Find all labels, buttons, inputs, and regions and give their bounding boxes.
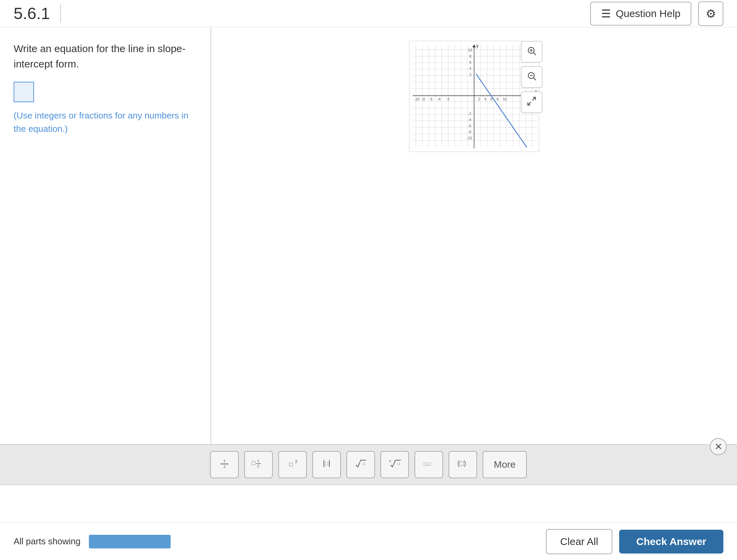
- toolbar-close-button[interactable]: ✕: [710, 438, 727, 455]
- gear-icon: ⚙: [706, 7, 716, 20]
- svg-text:y: y: [476, 43, 479, 48]
- superscript-button[interactable]: □ y: [278, 451, 307, 478]
- svg-text:10: 10: [503, 97, 507, 101]
- svg-text:y: y: [295, 458, 297, 463]
- close-icon: ✕: [715, 441, 722, 452]
- question-help-button[interactable]: ☰ Question Help: [590, 2, 691, 26]
- decimal-icon: □.□: [423, 457, 435, 472]
- svg-text:(□): (□): [457, 460, 466, 467]
- settings-button[interactable]: ⚙: [698, 1, 723, 26]
- svg-text:□: □: [325, 461, 328, 466]
- header-left: 5.6.1: [14, 4, 61, 23]
- zoom-in-button[interactable]: [521, 41, 543, 63]
- svg-line-69: [528, 102, 531, 105]
- nth-root-button[interactable]: n □: [380, 451, 409, 478]
- list-icon: ☰: [601, 7, 611, 20]
- fraction-icon: 1 2: [218, 457, 231, 472]
- svg-text:4: 4: [484, 97, 486, 101]
- superscript-icon: □ y: [286, 457, 299, 472]
- clear-all-button[interactable]: Clear All: [546, 529, 613, 554]
- absolute-value-icon: □: [320, 457, 333, 472]
- zoom-out-button[interactable]: [521, 66, 543, 88]
- right-panel: x y -10 -8 -6 -4 -2 2 4 6: [211, 27, 737, 454]
- clear-all-label: Clear All: [560, 536, 598, 547]
- zoom-in-icon: [527, 46, 537, 58]
- fraction-button[interactable]: 1 2: [210, 451, 239, 478]
- main-content: Write an equation for the line in slope-…: [0, 27, 737, 454]
- nth-root-icon: n □: [388, 457, 402, 472]
- more-button[interactable]: More: [483, 451, 527, 478]
- svg-text:-2: -2: [468, 111, 471, 115]
- problem-number: 5.6.1: [14, 4, 61, 23]
- expand-button[interactable]: [521, 91, 543, 113]
- svg-line-68: [533, 97, 536, 100]
- svg-text:-2: -2: [446, 97, 450, 101]
- svg-text:10: 10: [468, 48, 472, 52]
- hint-text: (Use integers or fractions for any numbe…: [14, 109, 197, 136]
- zoom-out-icon: [527, 71, 537, 83]
- check-answer-button[interactable]: Check Answer: [619, 530, 723, 554]
- svg-text:□: □: [397, 461, 400, 466]
- svg-text:1: 1: [257, 459, 259, 463]
- svg-text:2: 2: [469, 73, 471, 77]
- answer-input-box[interactable]: [14, 82, 34, 102]
- svg-text:2: 2: [223, 465, 225, 469]
- svg-text:□: □: [363, 461, 365, 466]
- svg-text:-8: -8: [422, 97, 425, 101]
- question-help-label: Question Help: [616, 8, 680, 19]
- svg-text:8: 8: [469, 54, 471, 58]
- svg-marker-37: [472, 45, 476, 47]
- svg-text:-4: -4: [437, 97, 441, 101]
- svg-text:2: 2: [478, 97, 480, 101]
- parentheses-icon: (□): [457, 457, 469, 472]
- svg-text:-8: -8: [468, 130, 471, 134]
- parentheses-button[interactable]: (□): [449, 451, 477, 478]
- svg-text:4: 4: [469, 66, 471, 71]
- mixed-number-button[interactable]: □ 1 2: [244, 451, 273, 478]
- problem-instruction: Write an equation for the line in slope-…: [14, 41, 197, 72]
- bottom-bar: All parts showing Clear All Check Answer: [0, 523, 737, 560]
- left-panel: Write an equation for the line in slope-…: [0, 27, 211, 454]
- svg-text:-10: -10: [414, 97, 420, 101]
- svg-text:2: 2: [257, 464, 259, 468]
- svg-line-62: [534, 52, 536, 55]
- square-root-button[interactable]: □: [346, 451, 375, 478]
- svg-text:□.□: □.□: [424, 461, 431, 467]
- decimal-button[interactable]: □.□: [414, 451, 443, 478]
- parts-showing-container: All parts showing: [14, 535, 171, 548]
- graph-controls: [521, 41, 543, 113]
- check-answer-label: Check Answer: [636, 536, 706, 547]
- svg-text:1: 1: [223, 459, 225, 463]
- header: 5.6.1 ☰ Question Help ⚙: [0, 0, 737, 27]
- progress-bar: [89, 535, 171, 548]
- svg-text:□: □: [252, 460, 255, 466]
- absolute-value-button[interactable]: □: [312, 451, 341, 478]
- answer-box-wrapper: [14, 82, 197, 102]
- graph-container: x y -10 -8 -6 -4 -2 2 4 6: [409, 41, 539, 152]
- coordinate-graph: x y -10 -8 -6 -4 -2 2 4 6: [409, 41, 539, 150]
- more-label: More: [494, 459, 516, 470]
- svg-text:-6: -6: [468, 124, 471, 128]
- svg-text:-10: -10: [467, 136, 472, 140]
- svg-text:8: 8: [497, 97, 499, 101]
- svg-text:n: n: [389, 459, 391, 463]
- header-right: ☰ Question Help ⚙: [590, 1, 723, 26]
- svg-text:-4: -4: [468, 118, 471, 122]
- square-root-icon: □: [355, 457, 367, 472]
- parts-showing-label: All parts showing: [14, 536, 81, 547]
- expand-icon: [527, 96, 537, 109]
- graph-area: x y -10 -8 -6 -4 -2 2 4 6: [409, 41, 539, 152]
- mixed-number-icon: □ 1 2: [250, 457, 267, 472]
- svg-line-66: [534, 78, 536, 80]
- math-toolbar: ✕ 1 2 □ 1 2 □ y: [0, 444, 737, 485]
- svg-text:□: □: [289, 461, 293, 468]
- svg-text:6: 6: [469, 60, 471, 64]
- action-buttons: Clear All Check Answer: [546, 529, 723, 554]
- svg-text:-6: -6: [429, 97, 433, 101]
